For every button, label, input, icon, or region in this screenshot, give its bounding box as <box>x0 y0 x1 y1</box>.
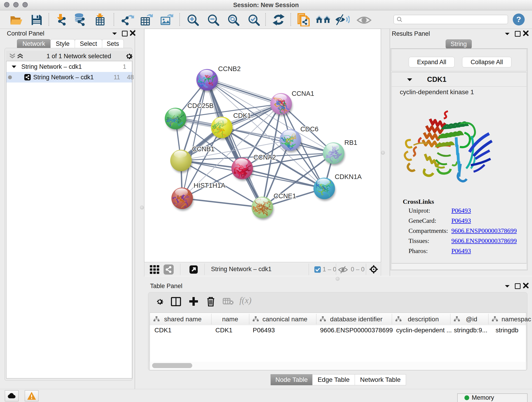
svg-text:CCNA2: CCNA2 <box>253 153 276 161</box>
svg-text:RB1: RB1 <box>344 139 357 146</box>
svg-text:CDC25B: CDC25B <box>187 102 214 109</box>
svg-text:CCNB2: CCNB2 <box>218 65 241 72</box>
svg-text:CCNE1: CCNE1 <box>273 192 296 200</box>
svg-text:CCNB1: CCNB1 <box>192 145 215 153</box>
svg-text:CDC6: CDC6 <box>300 125 318 133</box>
svg-text:CDKN1A: CDKN1A <box>335 173 362 180</box>
svg-text:HIST1H1A: HIST1H1A <box>194 182 225 189</box>
svg-text:CCNA1: CCNA1 <box>292 90 314 97</box>
svg-text:CDK1: CDK1 <box>233 112 251 119</box>
